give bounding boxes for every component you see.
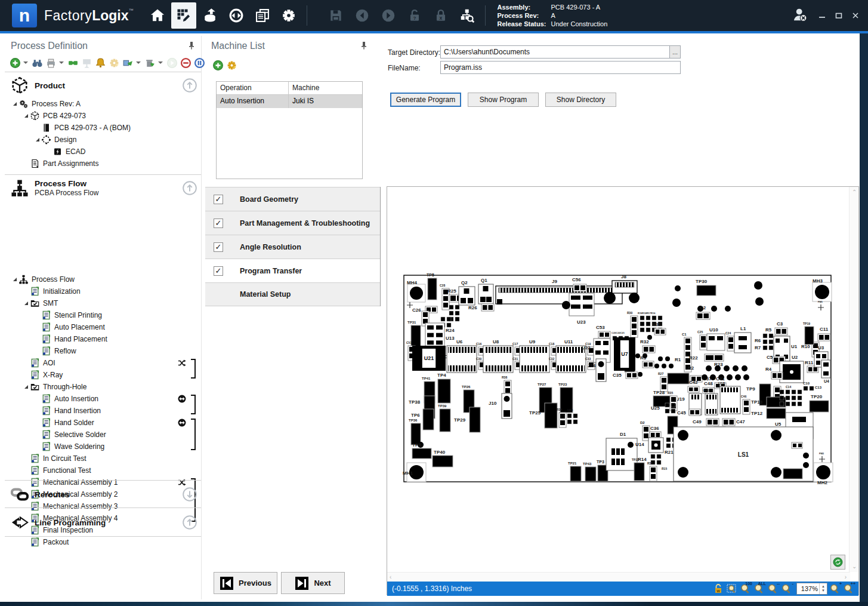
step-checkbox[interactable]: ✓ (214, 195, 223, 204)
step-material-setup[interactable]: Material Setup (205, 282, 380, 306)
settings-gear-icon[interactable] (276, 2, 301, 29)
dropdown-caret-icon[interactable] (23, 61, 28, 64)
flow-selective-solder[interactable]: Selective Solder (5, 429, 201, 441)
pin-icon[interactable] (187, 41, 196, 50)
pan-lock-icon[interactable]: W (712, 583, 724, 595)
product-section-header[interactable]: Product (11, 75, 197, 96)
expander-icon[interactable] (11, 101, 18, 106)
show-directory-button[interactable]: Show Directory (545, 93, 616, 107)
scroll-right-icon[interactable]: › (845, 574, 847, 580)
product-pcb-429-073-a-bom[interactable]: PCB 429-073 - A (BOM) (5, 122, 201, 134)
product-ecad[interactable]: ECAD (5, 146, 201, 158)
save-icon[interactable] (323, 2, 348, 29)
pcb-viewer[interactable]: MH4TP5C28R25C26R24Q2Q1R26J9TP31U13C34C56… (387, 186, 859, 595)
compare-icon[interactable] (67, 57, 79, 69)
feeder-icon[interactable] (197, 2, 223, 29)
flow-wave-soldering[interactable]: Wave Soldering (5, 441, 201, 453)
reroutes-section-header[interactable]: Reroutes (11, 482, 197, 506)
flow-search-icon[interactable] (455, 2, 480, 29)
expander-icon[interactable] (22, 113, 30, 118)
bell-icon[interactable] (95, 57, 106, 69)
pause-icon[interactable] (194, 57, 205, 69)
zoom-window-icon[interactable] (726, 583, 738, 595)
flow-reflow[interactable]: Reflow (5, 345, 201, 357)
collapse-up-icon[interactable] (182, 78, 197, 93)
flow-hand-insertion[interactable]: Hand Insertion (5, 405, 201, 417)
dropdown-caret-icon[interactable] (136, 61, 141, 64)
logout-user-icon[interactable] (792, 7, 810, 24)
product-part-assignments[interactable]: Part Assignments (5, 158, 201, 170)
product-pcb-429-073[interactable]: PCB 429-073 (5, 110, 201, 122)
flow-process-flow[interactable]: Process Flow (5, 273, 201, 285)
zoom-out-fast-icon[interactable]: -- (767, 583, 779, 595)
browse-button[interactable]: ... (669, 45, 681, 59)
flow-packout[interactable]: Packout (5, 536, 201, 548)
documents-icon[interactable] (250, 2, 275, 29)
flow-through-hole[interactable]: Through-Hole (5, 381, 201, 393)
scroll-up-icon[interactable]: ⌃ (852, 189, 857, 195)
maximize-button[interactable] (835, 11, 843, 20)
scroll-down-icon[interactable]: ⌄ (852, 564, 857, 570)
product-process-rev-a[interactable]: Process Rev: A (5, 98, 201, 110)
expander-icon[interactable] (22, 384, 30, 389)
print-icon[interactable] (45, 57, 57, 69)
flow-hand-solder[interactable]: Hand Solder (5, 417, 201, 429)
binoculars-icon[interactable] (32, 57, 43, 69)
flow-stencil-printing[interactable]: Stencil Printing (5, 309, 201, 321)
step-checkbox[interactable]: ✓ (214, 242, 223, 252)
flow-hand-placement[interactable]: Hand Placement (5, 333, 201, 345)
add-icon[interactable] (212, 60, 224, 71)
export-icon[interactable] (122, 57, 134, 69)
lock-icon[interactable]: x (428, 2, 453, 29)
previous-button[interactable]: Previous (214, 572, 277, 594)
step-angle-resolution[interactable]: ✓Angle Resolution (205, 235, 380, 259)
minimize-button[interactable] (818, 11, 826, 20)
target-directory-input[interactable]: C:\Users\ahunt\Documents (440, 45, 671, 59)
process-definition-icon[interactable] (171, 2, 196, 29)
recycle-icon[interactable] (144, 57, 156, 69)
horizontal-scrollbar[interactable]: ‹ › (387, 572, 850, 582)
wizard-icon[interactable] (109, 57, 120, 69)
flow-functional-test[interactable]: Functional Test (5, 465, 201, 476)
flow-auto-placement[interactable]: Auto Placement (5, 321, 201, 333)
expander-icon[interactable] (11, 277, 18, 282)
step-program-transfer[interactable]: ✓Program Transfer (205, 259, 380, 282)
add-icon[interactable] (10, 57, 21, 69)
dropdown-caret-icon[interactable] (59, 61, 64, 64)
zoom-in-icon[interactable]: + (829, 583, 841, 595)
flow-in-circuit-test[interactable]: In Circuit Test (5, 453, 201, 465)
collapse-up-icon[interactable] (182, 180, 197, 196)
forward-icon[interactable] (376, 2, 401, 29)
pin-icon[interactable] (359, 41, 369, 50)
show-program-button[interactable]: Show Program (468, 93, 539, 107)
start-icon[interactable] (166, 57, 178, 69)
zoom-in-fast-icon[interactable]: ++ (843, 583, 855, 595)
line-programming-section-header[interactable]: Line Programming (11, 511, 197, 534)
expander-icon[interactable] (22, 301, 30, 306)
collapse-up-icon[interactable] (182, 515, 197, 530)
flow-aoi[interactable]: AOI (5, 357, 201, 369)
zoom-all-icon[interactable]: ALL (753, 583, 765, 595)
dropdown-caret-icon[interactable] (158, 61, 163, 64)
scroll-left-icon[interactable]: ‹ (390, 574, 391, 580)
product-design[interactable]: Design (5, 134, 201, 146)
back-icon[interactable] (350, 2, 375, 29)
close-button[interactable] (851, 11, 860, 20)
next-button[interactable]: Next (281, 572, 345, 594)
zoom-level-spinner[interactable]: 137%▲▼ (796, 583, 827, 595)
zoom-100-icon[interactable]: 100 (740, 583, 752, 595)
stop-icon[interactable] (180, 57, 191, 69)
refresh-view-button[interactable] (830, 555, 845, 570)
zoom-spinner-arrows[interactable]: ▲▼ (819, 583, 827, 594)
process-flow-section-header[interactable]: Process Flow PCBA Process Flow (11, 177, 197, 199)
column-header-machine[interactable]: Machine (289, 82, 362, 94)
step-board-geometry[interactable]: ✓Board Geometry (205, 187, 380, 211)
expand-down-icon[interactable] (182, 487, 197, 502)
expander-icon[interactable] (33, 137, 41, 142)
presentation-icon[interactable] (81, 57, 92, 69)
flow-smt[interactable]: SMT (5, 297, 201, 309)
vertical-scrollbar[interactable]: ⌃ ⌄ (849, 187, 858, 572)
zoom-out-icon[interactable]: - (781, 583, 793, 595)
step-checkbox[interactable]: ✓ (214, 266, 223, 276)
home-icon[interactable] (145, 2, 170, 29)
